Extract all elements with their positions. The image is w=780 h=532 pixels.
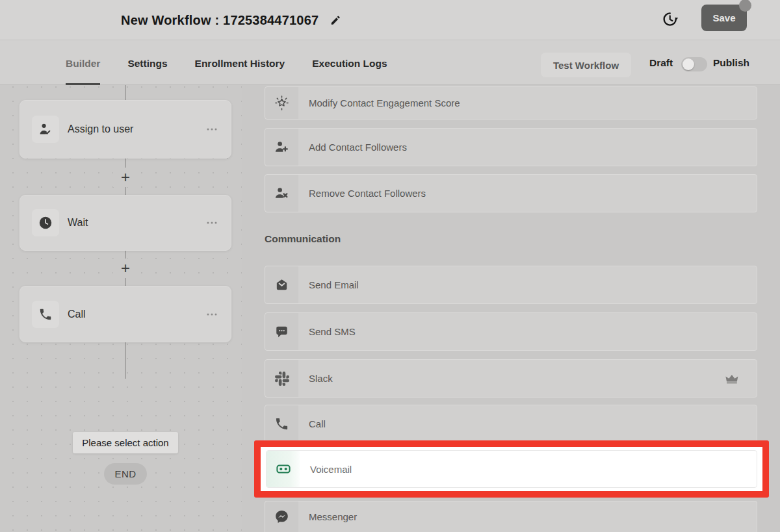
- action-label: Send SMS: [298, 313, 757, 350]
- tab-label: Execution Logs: [312, 58, 387, 70]
- plus-icon: +: [121, 168, 130, 186]
- workflow-node-call[interactable]: Call: [20, 286, 231, 342]
- add-contact-followers-icon: [265, 129, 298, 166]
- action-item-slack[interactable]: Slack: [265, 359, 757, 398]
- test-workflow-label: Test Workflow: [553, 60, 619, 71]
- tab-settings[interactable]: Settings: [127, 40, 167, 85]
- action-label: Remove Contact Followers: [298, 175, 757, 212]
- action-item-messenger[interactable]: Messenger: [265, 501, 757, 532]
- node-label: Call: [68, 309, 196, 320]
- test-workflow-button[interactable]: Test Workflow: [541, 53, 631, 77]
- send-sms-icon: [265, 313, 298, 350]
- action-item-send-sms[interactable]: Send SMS: [265, 312, 757, 351]
- pencil-icon[interactable]: [330, 14, 342, 27]
- workflow-builder-screen: New Workflow : 1725384471067 Save Builde…: [0, 0, 780, 532]
- app-header: New Workflow : 1725384471067 Save: [0, 0, 780, 40]
- history-clock-icon[interactable]: [659, 8, 680, 29]
- engagement-score-icon: [265, 87, 298, 119]
- tab-label: Enrollment History: [195, 58, 285, 70]
- select-action-tooltip: Please select action: [73, 432, 178, 453]
- tab-bar: Builder Settings Enrollment History Exec…: [0, 40, 780, 85]
- plus-icon: +: [121, 259, 130, 277]
- action-label: Call: [298, 405, 757, 442]
- workflow-node-wait[interactable]: Wait: [20, 195, 231, 251]
- slack-icon: [265, 360, 298, 397]
- publish-label: Publish: [713, 57, 749, 69]
- action-label: Slack: [298, 360, 724, 397]
- voicemail-icon: [266, 451, 300, 487]
- node-label: Wait: [68, 217, 196, 229]
- tab-label: Settings: [127, 58, 167, 70]
- more-options-icon[interactable]: [205, 308, 219, 321]
- action-item-modify-engagement-score[interactable]: Modify Contact Engagement Score: [265, 86, 757, 120]
- tabs: Builder Settings Enrollment History Exec…: [66, 40, 387, 85]
- call-icon: [265, 405, 298, 442]
- section-title-communication: Communication: [265, 233, 341, 245]
- draft-label: Draft: [649, 57, 673, 69]
- call-icon: [32, 301, 59, 328]
- tab-enrollment-history[interactable]: Enrollment History: [195, 40, 285, 85]
- action-label: Send Email: [298, 266, 757, 303]
- save-button[interactable]: Save: [701, 5, 747, 31]
- toggle-knob: [682, 58, 694, 70]
- unsaved-changes-badge: [739, 0, 751, 12]
- crown-icon: [724, 360, 757, 397]
- action-item-call[interactable]: Call: [265, 405, 757, 443]
- action-item-remove-contact-followers[interactable]: Remove Contact Followers: [265, 174, 757, 212]
- action-label: Messenger: [298, 501, 757, 532]
- send-email-icon: [265, 266, 298, 303]
- action-label: Voicemail: [300, 451, 757, 487]
- action-label: Add Contact Followers: [298, 129, 757, 166]
- highlight-annotation: Voicemail: [254, 440, 769, 498]
- more-options-icon[interactable]: [205, 216, 219, 229]
- assign-user-icon: [32, 116, 59, 143]
- messenger-icon: [265, 501, 298, 532]
- wait-clock-icon: [32, 209, 59, 236]
- tab-label: Builder: [66, 58, 100, 70]
- action-label: Modify Contact Engagement Score: [298, 87, 757, 119]
- action-item-add-contact-followers[interactable]: Add Contact Followers: [265, 128, 757, 166]
- workflow-canvas[interactable]: Assign to user + Wait + Call: [0, 85, 242, 532]
- workflow-node-assign-to-user[interactable]: Assign to user: [20, 100, 231, 158]
- publish-toggle[interactable]: [681, 57, 707, 71]
- action-item-send-email[interactable]: Send Email: [265, 266, 757, 304]
- remove-contact-followers-icon: [265, 175, 298, 212]
- node-label: Assign to user: [68, 123, 196, 135]
- action-item-voicemail[interactable]: Voicemail: [266, 450, 757, 488]
- workflow-end-node: END: [104, 463, 147, 485]
- tab-builder[interactable]: Builder: [66, 40, 100, 85]
- save-button-label: Save: [712, 12, 735, 23]
- workflow-title: New Workflow : 1725384471067: [121, 13, 318, 28]
- add-step-plus-button[interactable]: +: [113, 259, 138, 278]
- more-options-icon[interactable]: [205, 123, 219, 136]
- tab-execution-logs[interactable]: Execution Logs: [312, 40, 387, 85]
- add-step-plus-button[interactable]: +: [113, 168, 138, 187]
- action-selection-panel: Modify Contact Engagement Score Add Cont…: [242, 85, 780, 532]
